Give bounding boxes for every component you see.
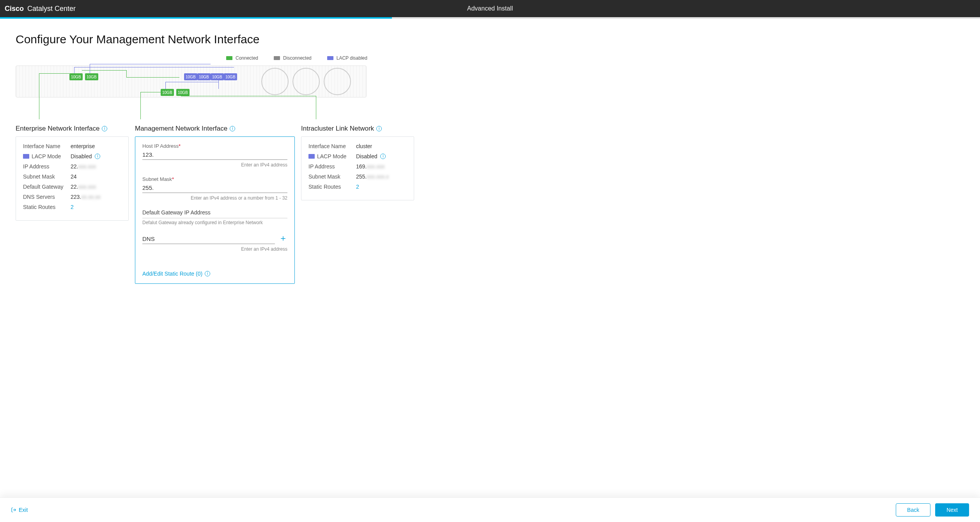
enterprise-column: Enterprise Network Interface i Interface…	[16, 125, 129, 284]
label: LACP Mode	[23, 153, 71, 159]
wizard-footer: Exit Back Next	[0, 497, 980, 522]
brand-product: Catalyst Center	[27, 5, 76, 12]
management-title-text: Management Network Interface	[135, 125, 227, 133]
next-button[interactable]: Next	[935, 503, 969, 517]
label: Subnet Mask	[308, 173, 356, 180]
subnet-label: Subnet Mask*	[142, 176, 287, 182]
brand-cisco: Cisco	[5, 5, 24, 12]
add-edit-static-route-link[interactable]: Add/Edit Static Route (0) i	[142, 271, 210, 277]
port-mgmt-b: 10GB	[176, 89, 190, 96]
static-routes-link[interactable]: 2	[356, 184, 359, 190]
interface-columns: Enterprise Network Interface i Interface…	[16, 125, 964, 284]
exit-icon	[11, 507, 16, 513]
dns-help: Enter an IPv4 address	[142, 246, 287, 252]
value: 169.xxx.xxx	[356, 163, 385, 170]
value: 22.xxx.xxx	[71, 163, 96, 170]
subnet-mask-input[interactable]	[142, 183, 287, 193]
value: cluster	[356, 143, 372, 149]
row-subnet-mask: Subnet Mask 255.xxx.xxx.x	[308, 173, 407, 180]
info-icon[interactable]: i	[102, 126, 107, 131]
value-text: 223.	[71, 194, 81, 200]
label: DNS Servers	[23, 194, 71, 200]
lacp-swatch-icon	[23, 154, 29, 159]
info-icon[interactable]: i	[380, 154, 386, 159]
wire	[90, 64, 211, 64]
legend-lacp-label: LACP disabled	[337, 55, 367, 61]
row-static-routes: Static Routes 2	[23, 204, 121, 210]
intracluster-title: Intracluster Link Network i	[301, 125, 414, 133]
info-icon[interactable]: i	[230, 126, 235, 131]
app-header: Cisco Catalyst Center Advanced Install	[0, 0, 980, 17]
host-ip-input[interactable]	[142, 150, 287, 160]
enterprise-title-text: Enterprise Network Interface	[16, 125, 99, 133]
page-title: Configure Your Management Network Interf…	[16, 33, 964, 46]
port-enterprise-b: 10GB	[85, 73, 98, 80]
label: Interface Name	[308, 143, 356, 149]
header-title: Advanced Install	[467, 5, 513, 12]
management-title: Management Network Interface i	[135, 125, 295, 133]
legend-connected: Connected	[226, 55, 258, 61]
value-text: 169.	[356, 163, 367, 170]
label: Default Gateway	[23, 184, 71, 190]
redacted: xxx.xxx	[78, 184, 96, 190]
wire	[126, 70, 127, 77]
legend-connected-label: Connected	[236, 55, 258, 61]
row-dns-servers: DNS Servers 223.xx.xx.xx	[23, 194, 121, 200]
row-lacp-mode: LACP Mode Disabled i	[23, 153, 121, 159]
field-host-ip: Host IP Address* Enter an IPv4 address	[142, 143, 287, 168]
label: Interface Name	[23, 143, 71, 149]
intracluster-title-text: Intracluster Link Network	[301, 125, 374, 133]
wire	[74, 67, 234, 67]
lacp-label-text: LACP Mode	[317, 153, 346, 159]
info-icon[interactable]: i	[376, 126, 382, 131]
subnet-help: Enter an IPv4 address or a number from 1…	[142, 195, 287, 201]
row-subnet-mask: Subnet Mask 24	[23, 173, 121, 180]
port-lacp-4: 10GB	[224, 73, 237, 80]
value-text: 22.	[71, 163, 78, 170]
exit-label: Exit	[19, 507, 28, 513]
wire	[140, 92, 141, 119]
fan-icon	[292, 68, 320, 95]
row-lacp-mode: LACP Mode Disabled i	[308, 153, 407, 159]
row-ip-address: IP Address 169.xxx.xxx	[308, 163, 407, 170]
value: Disabled	[71, 153, 92, 159]
wire	[181, 96, 316, 96]
legend-disconnected: Disconnected	[274, 55, 312, 61]
gateway-section-label: Default Gateway IP Address	[142, 209, 287, 218]
management-card: Host IP Address* Enter an IPv4 address S…	[135, 136, 295, 284]
value: 24	[71, 173, 77, 180]
exit-button[interactable]: Exit	[11, 507, 28, 513]
info-icon[interactable]: i	[95, 154, 100, 159]
redacted: xxx.xxx	[367, 163, 385, 170]
value: enterprise	[71, 143, 95, 149]
label-text: Host IP Address	[142, 143, 179, 149]
label-text: Subnet Mask	[142, 176, 172, 182]
fan-icon	[324, 68, 351, 95]
row-default-gateway: Default Gateway 22.xxx.xxx	[23, 184, 121, 190]
dns-input[interactable]	[142, 234, 275, 244]
value: 255.xxx.xxx.x	[356, 173, 389, 180]
wire	[74, 67, 74, 73]
enterprise-title: Enterprise Network Interface i	[16, 125, 129, 133]
row-interface-name: Interface Name cluster	[308, 143, 407, 149]
label: Static Routes	[308, 184, 356, 190]
legend-lacp: LACP disabled	[327, 55, 367, 61]
swatch-green	[226, 56, 232, 60]
redacted: xx.xx.xx	[81, 194, 101, 200]
value-text: 22.	[71, 184, 78, 190]
wire	[82, 70, 127, 71]
field-subnet-mask: Subnet Mask* Enter an IPv4 address or a …	[142, 176, 287, 201]
port-lacp-1: 10GB	[184, 73, 197, 80]
main-content: Configure Your Management Network Interf…	[0, 19, 980, 497]
static-routes-link[interactable]: 2	[71, 204, 74, 210]
redacted: xxx.xxx.x	[367, 173, 389, 180]
back-button[interactable]: Back	[896, 503, 930, 517]
info-icon[interactable]: i	[205, 271, 210, 276]
port-lacp-3: 10GB	[211, 73, 224, 80]
field-default-gateway: Default Gateway IP Address Defalut Gatew…	[142, 209, 287, 225]
wire	[39, 73, 39, 119]
add-dns-button[interactable]: ＋	[279, 234, 287, 244]
intracluster-card: Interface Name cluster LACP Mode Disable…	[301, 136, 414, 200]
redacted: xxx.xxx	[78, 163, 96, 170]
label: IP Address	[308, 163, 356, 170]
